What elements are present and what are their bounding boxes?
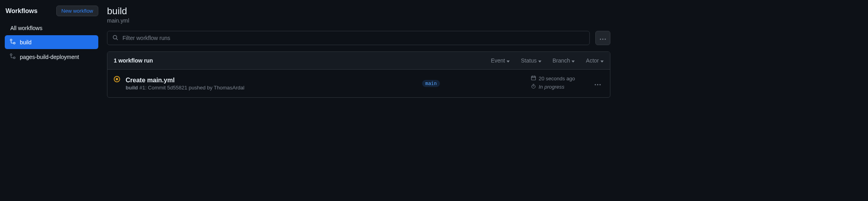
runs-filters: Event Status Branch Actor: [491, 57, 604, 64]
sidebar: Workflows New workflow All workflows bui…: [0, 0, 103, 143]
caret-down-icon: [538, 57, 541, 64]
svg-point-10: [595, 84, 596, 85]
caret-down-icon: [572, 57, 575, 64]
run-row[interactable]: Create main.yml build #1: Commit 5d55821…: [107, 70, 610, 97]
runs-count: 1 workflow run: [114, 57, 153, 64]
run-description: : Commit 5d55821 pushed by ThomasArdal: [145, 85, 245, 91]
page-subtitle: main.yml: [107, 17, 610, 24]
caret-down-icon: [507, 57, 510, 64]
filter-label: Actor: [586, 57, 599, 64]
duration-line: In progress: [531, 83, 586, 90]
time-ago: 20 seconds ago: [539, 76, 575, 82]
filter-label: Event: [491, 57, 505, 64]
branch-column: main: [422, 80, 525, 87]
svg-rect-8: [532, 76, 536, 80]
run-row-menu-button[interactable]: [592, 80, 604, 87]
svg-point-11: [597, 84, 598, 85]
filter-label: Branch: [553, 57, 570, 64]
caret-down-icon: [600, 57, 604, 64]
sidebar-title: Workflows: [6, 8, 38, 15]
sidebar-item-label: All workflows: [10, 25, 42, 31]
time-ago-line: 20 seconds ago: [531, 75, 586, 82]
calendar-icon: [531, 75, 536, 82]
svg-point-2: [10, 54, 12, 55]
sidebar-item-label: build: [20, 39, 32, 46]
filter-status[interactable]: Status: [521, 57, 541, 64]
run-main: Create main.yml build #1: Commit 5d55821…: [126, 77, 417, 91]
filter-input-wrap[interactable]: [107, 31, 590, 45]
branch-badge[interactable]: main: [422, 80, 440, 87]
filter-row: [107, 31, 610, 45]
sidebar-header: Workflows New workflow: [5, 6, 98, 16]
sidebar-item-build[interactable]: build: [5, 35, 98, 49]
page-title: build: [107, 6, 610, 17]
more-options-button[interactable]: [595, 31, 610, 45]
new-workflow-button[interactable]: New workflow: [56, 6, 98, 16]
filter-input[interactable]: [122, 35, 585, 41]
run-title[interactable]: Create main.yml: [126, 77, 417, 84]
duration: In progress: [539, 84, 564, 90]
sidebar-item-pages-build-deployment[interactable]: pages-build-deployment: [5, 50, 98, 64]
svg-point-3: [13, 57, 15, 59]
status-in-progress-icon: [114, 76, 120, 82]
sidebar-item-label: pages-build-deployment: [20, 54, 79, 60]
meta-column: 20 seconds ago In progress: [531, 75, 586, 92]
filter-actor[interactable]: Actor: [586, 57, 604, 64]
kebab-icon: [600, 35, 606, 41]
search-icon: [112, 34, 119, 42]
run-workflow-name: build: [126, 85, 138, 91]
kebab-icon: [595, 80, 601, 87]
svg-point-4: [113, 35, 117, 39]
svg-point-12: [600, 84, 601, 85]
run-number: #1: [140, 85, 145, 91]
workflow-icon: [10, 38, 16, 46]
run-subtitle: build #1: Commit 5d55821 pushed by Thoma…: [126, 85, 417, 91]
runs-box: 1 workflow run Event Status Branch Actor: [107, 51, 610, 98]
svg-point-0: [10, 39, 12, 41]
filter-branch[interactable]: Branch: [553, 57, 575, 64]
svg-point-6: [602, 38, 604, 40]
runs-header: 1 workflow run Event Status Branch Actor: [107, 52, 610, 70]
svg-point-7: [605, 38, 606, 40]
filter-event[interactable]: Event: [491, 57, 510, 64]
filter-label: Status: [521, 57, 537, 64]
workflow-icon: [10, 53, 16, 61]
stopwatch-icon: [531, 83, 536, 90]
sidebar-item-all-workflows[interactable]: All workflows: [5, 22, 98, 34]
svg-point-1: [13, 42, 15, 44]
main: build main.yml 1 workflow run Event: [103, 0, 618, 143]
svg-point-5: [600, 38, 601, 40]
